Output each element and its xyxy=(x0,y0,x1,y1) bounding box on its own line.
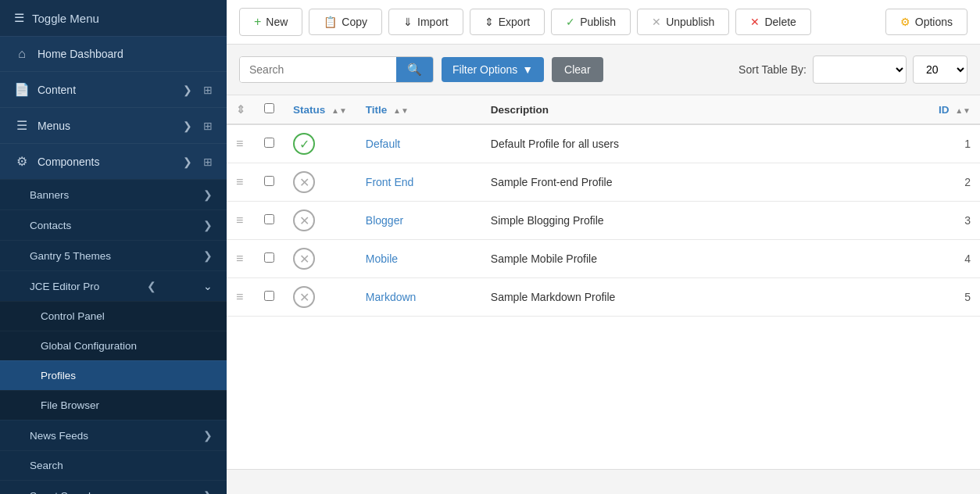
chevron-down-icon: ❮ xyxy=(147,280,156,292)
checkbox-cell[interactable] xyxy=(255,163,284,202)
sidebar-item-search[interactable]: Search xyxy=(0,450,227,480)
import-button[interactable]: ⇓ Import xyxy=(388,9,463,35)
title-link[interactable]: Mobile xyxy=(366,252,398,265)
row-checkbox[interactable] xyxy=(264,252,274,263)
row-checkbox[interactable] xyxy=(264,138,274,148)
title-cell: Markdown xyxy=(356,278,481,317)
publish-button[interactable]: ✓ Publish xyxy=(551,9,631,35)
toggle-menu-label: Toggle Menu xyxy=(32,12,99,25)
sidebar-item-home-dashboard[interactable]: ⌂ Home Dashboard xyxy=(0,36,227,71)
row-checkbox[interactable] xyxy=(264,291,274,301)
sidebar-item-label: JCE Editor Pro xyxy=(30,281,99,292)
unpublish-icon: ✕ xyxy=(652,16,661,28)
delete-button[interactable]: ✕ Delete xyxy=(735,9,810,35)
unpublish-button[interactable]: ✕ Unpublish xyxy=(637,9,729,35)
sidebar-item-components[interactable]: ⚙ Components ❯ ⊞ xyxy=(0,143,227,179)
title-link[interactable]: Front End xyxy=(366,176,413,188)
grid-icon: ⊞ xyxy=(203,84,213,96)
checkbox-cell[interactable] xyxy=(255,124,284,163)
new-button[interactable]: + New xyxy=(239,8,302,36)
delete-label: Delete xyxy=(764,16,796,28)
gear-icon: ⚙ xyxy=(900,16,910,28)
drag-handle-icon[interactable]: ≡ xyxy=(236,175,243,188)
status-unpublished-icon[interactable]: ✕ xyxy=(293,248,315,270)
search-input[interactable] xyxy=(240,57,396,82)
col-check-header[interactable] xyxy=(255,95,284,124)
sidebar-item-content[interactable]: 📄 Content ❯ ⊞ xyxy=(0,71,227,107)
per-page-select[interactable]: 20 xyxy=(913,55,967,84)
sidebar-item-menus[interactable]: ☰ Menus ❯ ⊞ xyxy=(0,107,227,143)
sidebar-item-label: News Feeds xyxy=(30,430,88,442)
checkbox-cell[interactable] xyxy=(255,278,284,317)
row-checkbox[interactable] xyxy=(264,214,274,224)
chevron-down-icon: ▼ xyxy=(522,63,533,76)
sidebar-item-profiles[interactable]: Profiles xyxy=(0,360,227,390)
sidebar-item-file-browser[interactable]: File Browser xyxy=(0,390,227,420)
sidebar-item-label: Global Configuration xyxy=(41,340,137,352)
clear-label: Clear xyxy=(564,63,590,76)
sidebar-item-gantry5[interactable]: Gantry 5 Themes ❯ xyxy=(0,240,227,270)
sort-arrows-id: ▲▼ xyxy=(955,106,971,115)
copy-button[interactable]: 📋 Copy xyxy=(309,9,382,35)
copy-icon: 📋 xyxy=(324,16,337,28)
title-link[interactable]: Default xyxy=(366,138,400,150)
description-cell: Sample Front-end Profile xyxy=(481,163,929,202)
sort-arrows-status: ▲▼ xyxy=(331,106,347,115)
main-content: + New 📋 Copy ⇓ Import ⇕ Export ✓ Publish… xyxy=(227,0,980,494)
import-icon: ⇓ xyxy=(403,16,413,28)
clear-button[interactable]: Clear xyxy=(552,57,603,82)
checkbox-cell[interactable] xyxy=(255,240,284,278)
drag-handle-icon[interactable]: ≡ xyxy=(236,252,243,265)
drag-handle-icon[interactable]: ≡ xyxy=(236,213,243,227)
toggle-menu-button[interactable]: ☰ Toggle Menu xyxy=(0,0,227,36)
chevron-expanded-icon: ⌄ xyxy=(203,280,213,292)
table-area: ⇕ Status ▲▼ Title ▲▼ Description xyxy=(227,95,980,469)
sidebar-item-label: File Browser xyxy=(41,399,99,411)
drag-handle-cell[interactable]: ≡ xyxy=(227,202,255,240)
select-all-checkbox[interactable] xyxy=(264,103,274,113)
sidebar-item-label: Profiles xyxy=(41,370,76,381)
sidebar-item-control-panel[interactable]: Control Panel xyxy=(0,301,227,331)
copy-label: Copy xyxy=(342,16,367,28)
status-published-icon[interactable]: ✓ xyxy=(293,133,315,155)
sidebar-item-smart-search[interactable]: Smart Search ❯ xyxy=(0,480,227,494)
export-button[interactable]: ⇕ Export xyxy=(470,9,545,35)
table-body: ≡ ✓ Default Default Profile for all user… xyxy=(227,124,980,317)
sidebar-item-banners[interactable]: Banners ❯ xyxy=(0,179,227,209)
drag-handle-icon[interactable]: ≡ xyxy=(236,137,243,150)
status-cell: ✕ xyxy=(284,202,356,240)
sort-select[interactable] xyxy=(813,55,907,84)
status-unpublished-icon[interactable]: ✕ xyxy=(293,171,315,193)
col-id-header[interactable]: ID ▲▼ xyxy=(929,95,980,124)
title-link[interactable]: Markdown xyxy=(366,291,417,303)
filter-options-button[interactable]: Filter Options ▼ xyxy=(442,57,544,82)
col-status-header[interactable]: Status ▲▼ xyxy=(284,95,356,124)
table-row: ≡ ✓ Default Default Profile for all user… xyxy=(227,124,980,163)
sidebar-item-contacts[interactable]: Contacts ❯ xyxy=(0,209,227,240)
plus-icon: + xyxy=(254,15,261,29)
drag-handle-cell[interactable]: ≡ xyxy=(227,163,255,202)
options-button[interactable]: ⚙ Options xyxy=(885,9,967,35)
sidebar-item-jce-editor[interactable]: JCE Editor Pro ❮ ⌄ xyxy=(0,270,227,301)
title-cell: Mobile xyxy=(356,240,481,278)
id-cell: 1 xyxy=(929,124,980,163)
col-title-header[interactable]: Title ▲▼ xyxy=(356,95,481,124)
drag-handle-cell[interactable]: ≡ xyxy=(227,240,255,278)
drag-handle-cell[interactable]: ≡ xyxy=(227,124,255,163)
sidebar-item-news-feeds[interactable]: News Feeds ❯ xyxy=(0,420,227,450)
new-label: New xyxy=(266,16,288,28)
id-header-label: ID xyxy=(939,104,950,116)
table-row: ≡ ✕ Blogger Simple Blogging Profile 3 xyxy=(227,202,980,240)
search-button[interactable]: 🔍 xyxy=(396,57,433,82)
id-cell: 4 xyxy=(929,240,980,278)
sidebar-item-global-config[interactable]: Global Configuration xyxy=(0,331,227,360)
checkbox-cell[interactable] xyxy=(255,202,284,240)
drag-handle-cell[interactable]: ≡ xyxy=(227,278,255,317)
status-unpublished-icon[interactable]: ✕ xyxy=(293,286,315,308)
sort-label: Sort Table By: xyxy=(739,63,807,76)
status-unpublished-icon[interactable]: ✕ xyxy=(293,209,315,231)
row-checkbox[interactable] xyxy=(264,176,274,186)
drag-handle-icon[interactable]: ≡ xyxy=(236,290,243,303)
sidebar-item-label: Menus xyxy=(38,120,70,132)
title-link[interactable]: Blogger xyxy=(366,214,403,227)
